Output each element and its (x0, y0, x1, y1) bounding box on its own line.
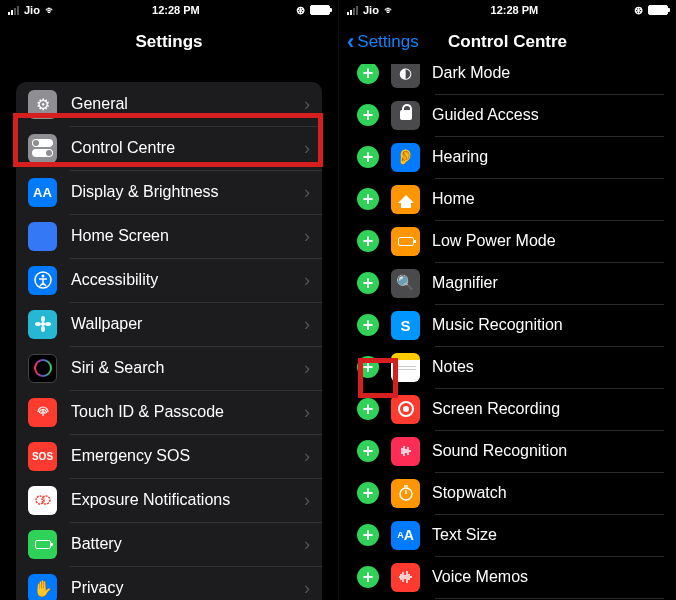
row-label: Battery (71, 535, 290, 553)
add-button[interactable]: + (357, 314, 379, 336)
control-row-magnifier: +🔍Magnifier (357, 262, 664, 304)
control-label: Music Recognition (432, 316, 664, 334)
control-row-home: +Home (357, 178, 664, 220)
control-label: Low Power Mode (432, 232, 664, 250)
settings-row-display-brightness[interactable]: AADisplay & Brightness› (16, 170, 322, 214)
privacy-icon: ✋ (28, 574, 57, 601)
battery-setting-icon (28, 530, 57, 559)
svg-point-7 (35, 360, 51, 376)
nav-bar: ‹ Settings Control Centre (339, 20, 676, 64)
carrier-label: Jio (363, 4, 379, 16)
control-row-sound-recognition: +Sound Recognition (357, 430, 664, 472)
chevron-right-icon: › (304, 358, 310, 379)
control-label: Stopwatch (432, 484, 664, 502)
svg-point-6 (45, 322, 51, 326)
add-button[interactable]: + (357, 230, 379, 252)
settings-row-emergency-sos[interactable]: SOSEmergency SOS› (16, 434, 322, 478)
back-label: Settings (357, 32, 418, 52)
chevron-right-icon: › (304, 94, 310, 115)
status-bar: Jio ᯤ 12:28 PM ⊛ (0, 0, 338, 20)
chevron-right-icon: › (304, 182, 310, 203)
shazam-icon: S (391, 311, 420, 340)
settings-row-siri-search[interactable]: Siri & Search› (16, 346, 322, 390)
magnifier-icon: 🔍 (391, 269, 420, 298)
row-label: General (71, 95, 290, 113)
settings-row-control-centre[interactable]: Control Centre› (16, 126, 322, 170)
add-button[interactable]: + (357, 482, 379, 504)
svg-point-3 (41, 316, 45, 322)
status-bar: Jio ᯤ 12:28 PM ⊛ (339, 0, 676, 20)
settings-row-privacy[interactable]: ✋Privacy› (16, 566, 322, 600)
row-label: Emergency SOS (71, 447, 290, 465)
control-label: Voice Memos (432, 568, 664, 586)
settings-row-exposure-notifications[interactable]: Exposure Notifications› (16, 478, 322, 522)
row-label: Touch ID & Passcode (71, 403, 290, 421)
chevron-left-icon: ‹ (347, 29, 354, 55)
chevron-right-icon: › (304, 270, 310, 291)
add-button[interactable]: + (357, 272, 379, 294)
wifi-icon: ᯤ (384, 4, 395, 16)
add-button[interactable]: + (357, 64, 379, 84)
back-button[interactable]: ‹ Settings (347, 29, 419, 55)
nav-bar: Settings (0, 20, 338, 64)
control-row-stopwatch: +Stopwatch (357, 472, 664, 514)
wifi-icon: ᯤ (45, 4, 56, 16)
page-title: Settings (135, 32, 202, 52)
chevron-right-icon: › (304, 490, 310, 511)
sos-icon: SOS (28, 442, 57, 471)
sound-recognition-icon (391, 437, 420, 466)
control-label: Guided Access (432, 106, 664, 124)
control-row-notes: +Notes (357, 346, 664, 388)
display-icon: AA (28, 178, 57, 207)
control-row-hearing: +👂Hearing (357, 136, 664, 178)
settings-row-general[interactable]: ⚙︎General› (16, 82, 322, 126)
signal-icon (347, 5, 358, 15)
control-row-low-power-mode: +Low Power Mode (357, 220, 664, 262)
battery-icon (310, 5, 330, 15)
chevron-right-icon: › (304, 402, 310, 423)
home-icon (391, 185, 420, 214)
settings-row-touch-id-passcode[interactable]: Touch ID & Passcode› (16, 390, 322, 434)
low-power-icon (391, 227, 420, 256)
row-label: Privacy (71, 579, 290, 597)
chevron-right-icon: › (304, 314, 310, 335)
control-label: Dark Mode (432, 64, 664, 82)
row-label: Exposure Notifications (71, 491, 290, 509)
control-label: Text Size (432, 526, 664, 544)
add-button[interactable]: + (357, 188, 379, 210)
add-button[interactable]: + (357, 356, 379, 378)
control-row-guided-access: +Guided Access (357, 94, 664, 136)
settings-row-home-screen[interactable]: Home Screen› (16, 214, 322, 258)
row-label: Display & Brightness (71, 183, 290, 201)
add-button[interactable]: + (357, 566, 379, 588)
add-button[interactable]: + (357, 398, 379, 420)
control-row-dark-mode: +◐Dark Mode (357, 64, 664, 94)
add-button[interactable]: + (357, 524, 379, 546)
battery-icon (648, 5, 668, 15)
notes-icon (391, 353, 420, 382)
screen-recording-icon (391, 395, 420, 424)
svg-point-2 (41, 322, 45, 326)
phone-settings: Jio ᯤ 12:28 PM ⊛ Settings ⚙︎General›Cont… (0, 0, 338, 600)
settings-row-wallpaper[interactable]: Wallpaper› (16, 302, 322, 346)
row-label: Accessibility (71, 271, 290, 289)
control-label: Magnifier (432, 274, 664, 292)
phone-control-centre: Jio ᯤ 12:28 PM ⊛ ‹ Settings Control Cent… (338, 0, 676, 600)
gear-icon: ⚙︎ (28, 90, 57, 119)
control-row-voice-memos: +Voice Memos (357, 556, 664, 598)
page-title: Control Centre (448, 32, 567, 52)
chevron-right-icon: › (304, 578, 310, 599)
add-button[interactable]: + (357, 440, 379, 462)
carrier-label: Jio (24, 4, 40, 16)
settings-row-battery[interactable]: Battery› (16, 522, 322, 566)
control-row-text-size: +AAText Size (357, 514, 664, 556)
status-time: 12:28 PM (152, 4, 200, 16)
accessibility-icon (28, 266, 57, 295)
row-label: Control Centre (71, 139, 290, 157)
add-button[interactable]: + (357, 104, 379, 126)
add-button[interactable]: + (357, 146, 379, 168)
control-label: Home (432, 190, 664, 208)
chevron-right-icon: › (304, 138, 310, 159)
settings-row-accessibility[interactable]: Accessibility› (16, 258, 322, 302)
control-label: Screen Recording (432, 400, 664, 418)
